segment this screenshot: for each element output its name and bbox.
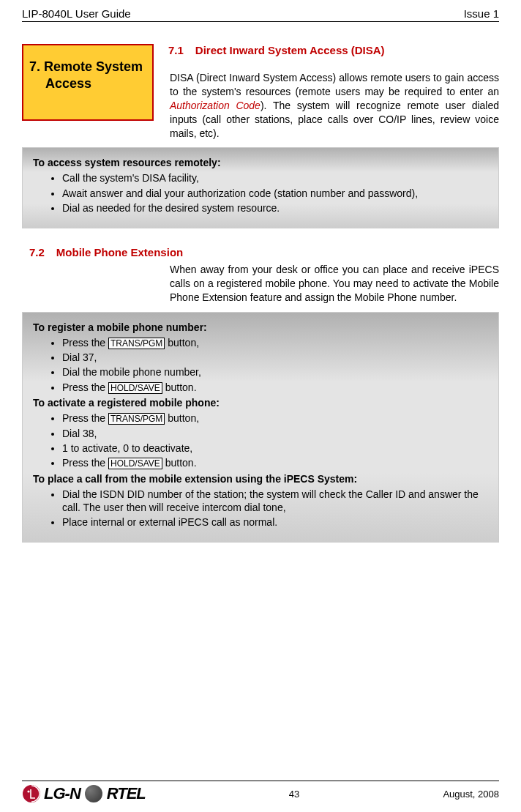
- press-hold-pre2: Press the: [62, 457, 108, 469]
- disa-pre: DISA (Direct Inward System Access) allow…: [170, 72, 499, 97]
- list-item: 1 to activate, 0 to deactivate,: [62, 442, 488, 455]
- access-resources-box: To access system resources remotely: Cal…: [22, 147, 499, 228]
- list-item: Press the HOLD/SAVE button.: [62, 456, 488, 470]
- section-7-2-title: Mobile Phone Extension: [56, 246, 183, 258]
- trans-pgm-key: TRANS/PGM: [108, 338, 165, 349]
- footer-date: August, 2008: [443, 789, 499, 800]
- logo-text-right: RTEL: [107, 784, 146, 803]
- section-7-2-heading: 7.2 Mobile Phone Extension: [29, 246, 499, 258]
- remote-box-line2: Access: [29, 75, 146, 92]
- mobile-phone-box: To register a mobile phone number: Press…: [22, 312, 499, 543]
- page-number: 43: [289, 789, 299, 800]
- press-hold-post: button.: [162, 381, 197, 393]
- press-trans-pre: Press the: [62, 337, 108, 349]
- list-item: Press the HOLD/SAVE button.: [62, 381, 488, 395]
- press-trans-pre2: Press the: [62, 412, 108, 424]
- section-7-1: 7.1 Direct Inward System Access (DISA) D…: [168, 44, 499, 62]
- list-item: Press the TRANS/PGM button,: [62, 336, 488, 350]
- list-item: Dial the ISDN DID number of the station;…: [62, 488, 488, 514]
- footer: LG-NRTEL 43 August, 2008: [22, 781, 499, 803]
- list-item: Press the TRANS/PGM button,: [62, 411, 488, 425]
- globe-icon: [85, 785, 102, 802]
- lg-nortel-logo: LG-NRTEL: [22, 784, 146, 803]
- section-7-1-body: DISA (Direct Inward System Access) allow…: [170, 71, 499, 140]
- press-hold-pre: Press the: [62, 381, 108, 393]
- list-item: Await answer and dial your authorization…: [62, 187, 488, 200]
- section-7-1-num: 7.1: [168, 44, 184, 56]
- access-resources-heading: To access system resources remotely:: [33, 157, 488, 168]
- section-7-1-title: Direct Inward System Access (DISA): [195, 44, 385, 56]
- activate-mobile-list: Press the TRANS/PGM button, Dial 38, 1 t…: [62, 411, 488, 470]
- trans-pgm-key: TRANS/PGM: [108, 413, 165, 425]
- list-item: Dial as needed for the desired system re…: [62, 201, 488, 215]
- press-trans-post2: button,: [165, 412, 199, 424]
- remote-box-line1: 7. Remote System: [29, 59, 146, 75]
- register-mobile-list: Press the TRANS/PGM button, Dial 37, Dia…: [62, 336, 488, 395]
- hold-save-key: HOLD/SAVE: [108, 382, 162, 394]
- list-item: Dial 38,: [62, 427, 488, 440]
- header-right: Issue 1: [464, 7, 499, 20]
- section-7-2-body: When away from your desk or office you c…: [170, 263, 499, 305]
- place-call-heading: To place a call from the mobile extensio…: [33, 473, 488, 485]
- svg-point-1: [27, 790, 29, 792]
- section-7-1-heading: 7.1 Direct Inward System Access (DISA): [168, 44, 499, 56]
- lg-logo-icon: [22, 784, 41, 803]
- activate-mobile-heading: To activate a registered mobile phone:: [33, 397, 488, 409]
- access-resources-list: Call the system's DISA facility, Await a…: [62, 171, 488, 215]
- section-7-2-num: 7.2: [29, 246, 45, 258]
- remote-system-access-box: 7. Remote System Access: [22, 44, 154, 121]
- press-trans-post: button,: [165, 337, 199, 349]
- list-item: Place internal or external iPECS call as…: [62, 515, 488, 529]
- header-left: LIP-8040L User Guide: [22, 7, 131, 20]
- list-item: Dial 37,: [62, 351, 488, 364]
- logo-text-left: LG-N: [44, 784, 80, 803]
- register-mobile-heading: To register a mobile phone number:: [33, 321, 488, 333]
- svg-point-0: [23, 785, 40, 802]
- hold-save-key: HOLD/SAVE: [108, 458, 162, 469]
- place-call-list: Dial the ISDN DID number of the station;…: [62, 488, 488, 529]
- header: LIP-8040L User Guide Issue 1: [22, 7, 499, 22]
- list-item: Dial the mobile phone number,: [62, 365, 488, 379]
- authorization-code: Authorization Code: [170, 100, 260, 111]
- list-item: Call the system's DISA facility,: [62, 171, 488, 185]
- press-hold-post2: button.: [162, 457, 197, 469]
